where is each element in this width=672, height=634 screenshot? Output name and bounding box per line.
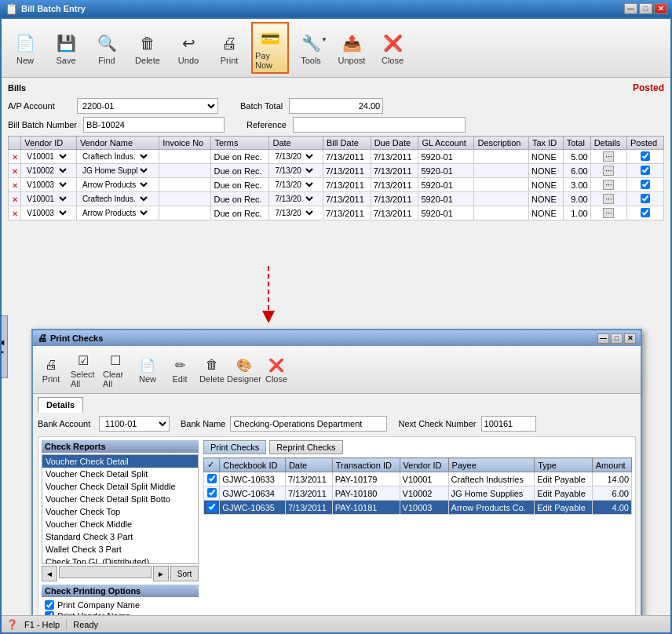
row-terms[interactable]: Due on Rec. [211,206,269,220]
pc-row-check[interactable] [204,501,220,515]
pcol-date[interactable]: Date [285,458,332,472]
pc-close-button[interactable]: ✕ [624,333,636,344]
bills-row-1[interactable]: ✕ V10002 JG Home Suppli. Due on Rec. 7/1… [9,164,664,178]
row-terms[interactable]: Due on Rec. [211,178,269,192]
pc-designer-button[interactable]: 🎨 Designer [229,353,259,386]
row-bill-date[interactable]: 7/13/2011 [323,206,371,220]
report-item-1[interactable]: Voucher Check Detail Split [42,468,198,480]
row-bill-date[interactable]: 7/13/2011 [323,178,371,192]
pc-row-payee[interactable]: Craftech Industries [448,472,535,486]
row-due-date[interactable]: 7/13/2011 [371,192,418,206]
row-posted[interactable] [626,178,663,192]
ap-account-select[interactable]: 2200-01 [77,98,218,114]
report-item-8[interactable]: Check Top GL (Distributed) [42,556,198,564]
row-vendor-id[interactable]: V10003 [21,206,77,220]
delete-button[interactable]: 🗑 Delete [129,27,166,68]
check-option-checkbox-1[interactable] [45,611,54,615]
row-due-date[interactable]: 7/13/2011 [371,164,418,178]
report-item-6[interactable]: Standard Check 3 Part [42,530,198,543]
pc-row-amount[interactable]: 6.00 [592,486,631,501]
row-tax-id[interactable]: NONE [529,206,564,220]
minimize-button[interactable]: — [624,3,637,14]
pc-row-2[interactable]: GJWC-10635 7/13/2011 PAY-10181 V10003 Ar… [204,501,632,515]
row-vendor-name[interactable]: Craftech Indus. [76,150,159,164]
row-bill-date[interactable]: 7/13/2011 [323,192,371,206]
pc-row-check[interactable] [204,486,220,501]
pc-print-button[interactable]: 🖨 Print [36,353,66,386]
row-vendor-id[interactable]: V10003 [21,178,77,192]
close-window-button[interactable]: ✕ [654,3,667,14]
pc-row-type[interactable]: Edit Payable [535,486,593,501]
row-gl-account[interactable]: 5920-01 [418,150,474,164]
col-vendor-name[interactable]: Vendor Name [76,137,159,150]
row-date[interactable]: 7/13/20 [269,178,323,192]
left-nav-panel[interactable]: ◄ ► [2,315,8,378]
row-total[interactable]: 9.00 [563,192,590,206]
col-details[interactable]: Details [590,137,626,150]
pc-row-transaction-id[interactable]: PAY-10181 [332,501,400,515]
bills-row-4[interactable]: ✕ V10003 Arrow Products Due on Rec. 7/13… [9,206,664,220]
unpost-button[interactable]: 📤 Unpost [333,27,371,68]
pc-row-type[interactable]: Edit Payable [535,501,593,515]
row-gl-account[interactable]: 5920-01 [418,164,474,178]
row-details[interactable]: ··· [590,150,626,164]
row-vendor-name[interactable]: Arrow Products [76,178,159,192]
row-tax-id[interactable]: NONE [529,164,564,178]
pc-row-vendor-id[interactable]: V10002 [400,486,448,501]
pc-row-transaction-id[interactable]: PAY-10179 [332,472,400,486]
pc-row-date[interactable]: 7/13/2011 [285,472,332,486]
pc-new-button[interactable]: 📄 New [133,353,163,386]
row-x-btn[interactable]: ✕ [9,150,21,164]
print-checks-tab[interactable]: Print Checks [203,440,266,454]
row-total[interactable]: 5.00 [563,150,590,164]
pc-row-payee[interactable]: JG Home Supplies [448,486,535,501]
report-item-2[interactable]: Voucher Check Detail Split Middle [42,480,198,493]
scroll-bar-horizontal[interactable] [59,566,152,578]
row-total[interactable]: 6.00 [563,164,590,178]
pc-row-1[interactable]: GJWC-10634 7/13/2011 PAY-10180 V10002 JG… [204,486,632,501]
col-date[interactable]: Date [269,137,323,150]
row-due-date[interactable]: 7/13/2011 [371,178,418,192]
pcol-vendor-id[interactable]: Vendor ID [400,458,448,472]
row-vendor-name[interactable]: JG Home Suppli. [76,164,159,178]
pcol-amount[interactable]: Amount [592,458,631,472]
print-button[interactable]: 🖨 Print [210,27,248,68]
report-item-5[interactable]: Voucher Check Middle [42,518,198,530]
pc-delete-button[interactable]: 🗑 Delete [197,353,227,386]
row-description[interactable] [474,178,529,192]
row-description[interactable] [474,206,529,220]
pc-row-vendor-id[interactable]: V10003 [400,501,448,515]
bills-row-0[interactable]: ✕ V10001 Craftech Indus. Due on Rec. 7/1… [9,150,664,164]
pc-row-check[interactable] [204,472,220,486]
row-date[interactable]: 7/13/20 [269,206,323,220]
pc-next-check-input[interactable] [481,416,536,432]
col-tax-id[interactable]: Tax ID [529,137,564,150]
batch-total-input[interactable] [289,98,383,114]
row-details[interactable]: ··· [590,178,626,192]
row-gl-account[interactable]: 5920-01 [418,206,474,220]
row-details[interactable]: ··· [590,192,626,206]
col-bill-date[interactable]: Bill Date [323,137,371,150]
find-button[interactable]: 🔍 Find [88,27,126,68]
pc-clear-all-button[interactable]: ☐ Clear All [100,348,130,391]
row-due-date[interactable]: 7/13/2011 [371,150,418,164]
pc-row-checkbook-id[interactable]: GJWC-10634 [220,486,286,501]
report-item-7[interactable]: Wallet Check 3 Part [42,543,198,556]
reprint-checks-tab[interactable]: Reprint Checks [269,440,342,454]
sort-button[interactable]: Sort [170,566,199,581]
col-due-date[interactable]: Due Date [371,137,418,150]
row-details[interactable]: ··· [590,206,626,220]
reference-input[interactable] [293,117,466,133]
col-total[interactable]: Total [563,137,590,150]
row-gl-account[interactable]: 5920-01 [418,192,474,206]
report-item-3[interactable]: Voucher Check Detail Split Botto [42,493,198,505]
row-vendor-id[interactable]: V10002 [21,164,77,178]
row-invoice-no[interactable] [159,178,211,192]
reports-list[interactable]: Voucher Check DetailVoucher Check Detail… [42,454,199,564]
pcol-type[interactable]: Type [535,458,593,472]
close-button[interactable]: ❌ Close [374,27,411,68]
row-date[interactable]: 7/13/20 [269,150,323,164]
report-item-4[interactable]: Voucher Check Top [42,505,198,518]
row-details[interactable]: ··· [590,164,626,178]
row-terms[interactable]: Due on Rec. [211,192,269,206]
